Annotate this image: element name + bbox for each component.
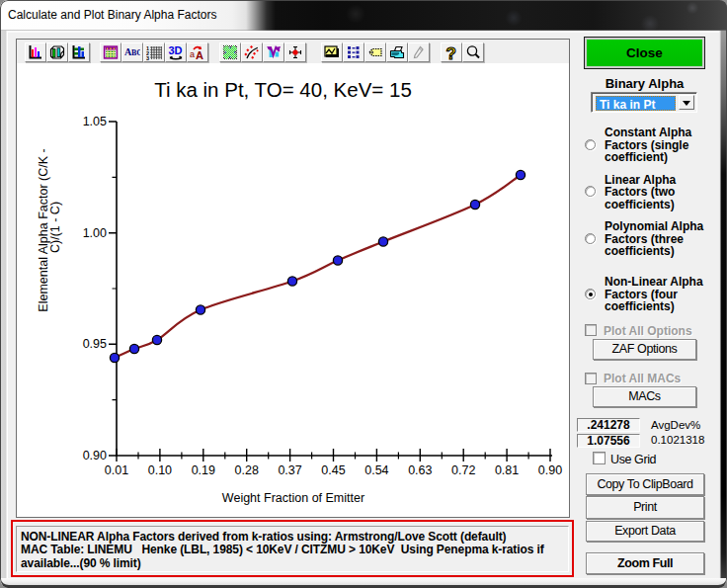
svg-text:?: ? (446, 44, 456, 60)
svg-text:0.90: 0.90 (83, 449, 107, 462)
svg-text:0.90: 0.90 (538, 463, 562, 477)
svg-text:0.19: 0.19 (192, 463, 215, 477)
svg-text:1.05: 1.05 (83, 115, 107, 128)
svg-text:BC: BC (131, 48, 140, 57)
svg-text:Ti ka in Pt, TO= 40, KeV= 15: Ti ka in Pt, TO= 40, KeV= 15 (154, 78, 412, 101)
svg-text:0.28: 0.28 (235, 463, 259, 477)
svg-text:1.00: 1.00 (83, 226, 107, 240)
svg-text:a: a (190, 49, 195, 59)
svg-text:C)/(1 - C): C)/(1 - C) (48, 202, 62, 253)
svg-text:0.37: 0.37 (278, 463, 301, 477)
svg-text:0.01: 0.01 (105, 463, 128, 477)
svg-text:3D: 3D (169, 44, 183, 56)
svg-text:Weight Fraction of Emitter: Weight Fraction of Emitter (222, 491, 364, 505)
svg-text:0.95: 0.95 (83, 337, 107, 351)
svg-text:3: 3 (146, 55, 149, 60)
svg-text:0.72: 0.72 (451, 463, 475, 477)
svg-text:0.10: 0.10 (148, 463, 172, 477)
svg-text:0.45: 0.45 (321, 463, 345, 477)
svg-text:0.63: 0.63 (408, 463, 432, 477)
svg-text:A: A (196, 49, 203, 61)
svg-text:0.54: 0.54 (364, 463, 388, 477)
svg-text:0.81: 0.81 (495, 463, 519, 477)
